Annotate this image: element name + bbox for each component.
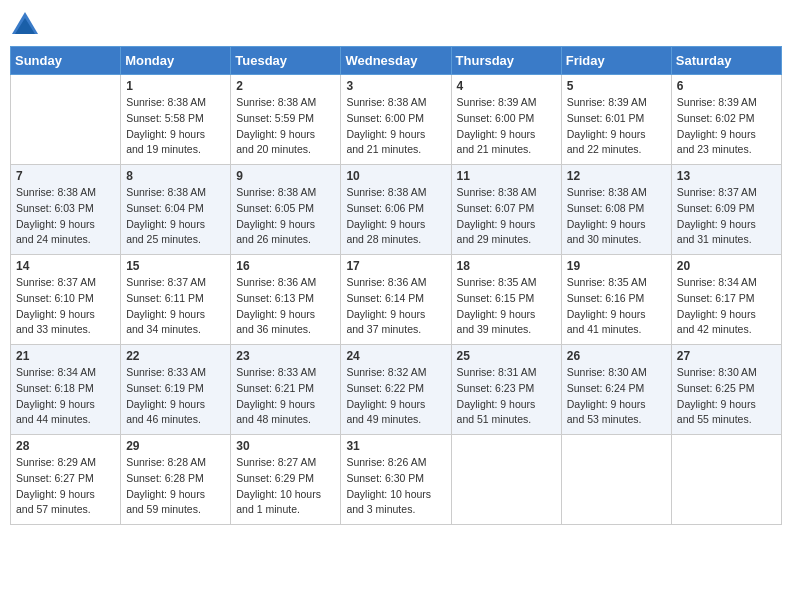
sunset-text: Sunset: 6:23 PM — [457, 382, 535, 394]
sunrise-text: Sunrise: 8:33 AM — [236, 366, 316, 378]
sunrise-text: Sunrise: 8:38 AM — [567, 186, 647, 198]
calendar-cell: 6 Sunrise: 8:39 AM Sunset: 6:02 PM Dayli… — [671, 75, 781, 165]
sunrise-text: Sunrise: 8:35 AM — [567, 276, 647, 288]
cell-info: Sunrise: 8:38 AM Sunset: 6:06 PM Dayligh… — [346, 185, 445, 248]
calendar-cell: 15 Sunrise: 8:37 AM Sunset: 6:11 PM Dayl… — [121, 255, 231, 345]
calendar-cell: 28 Sunrise: 8:29 AM Sunset: 6:27 PM Dayl… — [11, 435, 121, 525]
daylight-text: Daylight: 9 hours and 53 minutes. — [567, 398, 646, 426]
sunrise-text: Sunrise: 8:31 AM — [457, 366, 537, 378]
day-number: 15 — [126, 259, 225, 273]
calendar-cell: 2 Sunrise: 8:38 AM Sunset: 5:59 PM Dayli… — [231, 75, 341, 165]
cell-info: Sunrise: 8:37 AM Sunset: 6:11 PM Dayligh… — [126, 275, 225, 338]
day-number: 2 — [236, 79, 335, 93]
sunrise-text: Sunrise: 8:39 AM — [457, 96, 537, 108]
sunset-text: Sunset: 6:21 PM — [236, 382, 314, 394]
calendar-header-row: SundayMondayTuesdayWednesdayThursdayFrid… — [11, 47, 782, 75]
daylight-text: Daylight: 9 hours and 42 minutes. — [677, 308, 756, 336]
logo — [10, 10, 44, 38]
sunrise-text: Sunrise: 8:35 AM — [457, 276, 537, 288]
sunset-text: Sunset: 6:18 PM — [16, 382, 94, 394]
daylight-text: Daylight: 9 hours and 22 minutes. — [567, 128, 646, 156]
sunrise-text: Sunrise: 8:29 AM — [16, 456, 96, 468]
sunset-text: Sunset: 6:04 PM — [126, 202, 204, 214]
sunset-text: Sunset: 6:11 PM — [126, 292, 204, 304]
daylight-text: Daylight: 9 hours and 21 minutes. — [457, 128, 536, 156]
sunset-text: Sunset: 6:05 PM — [236, 202, 314, 214]
week-row-5: 28 Sunrise: 8:29 AM Sunset: 6:27 PM Dayl… — [11, 435, 782, 525]
day-number: 23 — [236, 349, 335, 363]
sunrise-text: Sunrise: 8:34 AM — [677, 276, 757, 288]
sunset-text: Sunset: 6:29 PM — [236, 472, 314, 484]
daylight-text: Daylight: 10 hours and 1 minute. — [236, 488, 321, 516]
calendar-cell: 14 Sunrise: 8:37 AM Sunset: 6:10 PM Dayl… — [11, 255, 121, 345]
sunset-text: Sunset: 6:10 PM — [16, 292, 94, 304]
sunset-text: Sunset: 6:25 PM — [677, 382, 755, 394]
calendar-cell: 27 Sunrise: 8:30 AM Sunset: 6:25 PM Dayl… — [671, 345, 781, 435]
day-number: 8 — [126, 169, 225, 183]
day-number: 3 — [346, 79, 445, 93]
week-row-1: 1 Sunrise: 8:38 AM Sunset: 5:58 PM Dayli… — [11, 75, 782, 165]
daylight-text: Daylight: 9 hours and 49 minutes. — [346, 398, 425, 426]
sunset-text: Sunset: 6:08 PM — [567, 202, 645, 214]
cell-info: Sunrise: 8:36 AM Sunset: 6:14 PM Dayligh… — [346, 275, 445, 338]
sunset-text: Sunset: 6:06 PM — [346, 202, 424, 214]
sunset-text: Sunset: 6:27 PM — [16, 472, 94, 484]
sunset-text: Sunset: 6:00 PM — [457, 112, 535, 124]
calendar-table: SundayMondayTuesdayWednesdayThursdayFrid… — [10, 46, 782, 525]
calendar-cell: 16 Sunrise: 8:36 AM Sunset: 6:13 PM Dayl… — [231, 255, 341, 345]
calendar-cell: 25 Sunrise: 8:31 AM Sunset: 6:23 PM Dayl… — [451, 345, 561, 435]
day-number: 7 — [16, 169, 115, 183]
cell-info: Sunrise: 8:38 AM Sunset: 6:05 PM Dayligh… — [236, 185, 335, 248]
daylight-text: Daylight: 9 hours and 41 minutes. — [567, 308, 646, 336]
day-number: 17 — [346, 259, 445, 273]
day-number: 21 — [16, 349, 115, 363]
calendar-cell: 8 Sunrise: 8:38 AM Sunset: 6:04 PM Dayli… — [121, 165, 231, 255]
calendar-cell: 3 Sunrise: 8:38 AM Sunset: 6:00 PM Dayli… — [341, 75, 451, 165]
day-number: 1 — [126, 79, 225, 93]
calendar-cell: 26 Sunrise: 8:30 AM Sunset: 6:24 PM Dayl… — [561, 345, 671, 435]
cell-info: Sunrise: 8:26 AM Sunset: 6:30 PM Dayligh… — [346, 455, 445, 518]
calendar-cell: 12 Sunrise: 8:38 AM Sunset: 6:08 PM Dayl… — [561, 165, 671, 255]
daylight-text: Daylight: 9 hours and 30 minutes. — [567, 218, 646, 246]
calendar-cell: 7 Sunrise: 8:38 AM Sunset: 6:03 PM Dayli… — [11, 165, 121, 255]
calendar-cell: 5 Sunrise: 8:39 AM Sunset: 6:01 PM Dayli… — [561, 75, 671, 165]
cell-info: Sunrise: 8:35 AM Sunset: 6:16 PM Dayligh… — [567, 275, 666, 338]
cell-info: Sunrise: 8:39 AM Sunset: 6:02 PM Dayligh… — [677, 95, 776, 158]
daylight-text: Daylight: 9 hours and 25 minutes. — [126, 218, 205, 246]
cell-info: Sunrise: 8:39 AM Sunset: 6:01 PM Dayligh… — [567, 95, 666, 158]
daylight-text: Daylight: 9 hours and 34 minutes. — [126, 308, 205, 336]
cell-info: Sunrise: 8:29 AM Sunset: 6:27 PM Dayligh… — [16, 455, 115, 518]
sunrise-text: Sunrise: 8:30 AM — [677, 366, 757, 378]
day-number: 16 — [236, 259, 335, 273]
day-number: 18 — [457, 259, 556, 273]
sunrise-text: Sunrise: 8:38 AM — [16, 186, 96, 198]
cell-info: Sunrise: 8:33 AM Sunset: 6:21 PM Dayligh… — [236, 365, 335, 428]
cell-info: Sunrise: 8:28 AM Sunset: 6:28 PM Dayligh… — [126, 455, 225, 518]
sunrise-text: Sunrise: 8:34 AM — [16, 366, 96, 378]
header-tuesday: Tuesday — [231, 47, 341, 75]
day-number: 5 — [567, 79, 666, 93]
sunrise-text: Sunrise: 8:33 AM — [126, 366, 206, 378]
calendar-cell — [561, 435, 671, 525]
sunset-text: Sunset: 6:02 PM — [677, 112, 755, 124]
day-number: 10 — [346, 169, 445, 183]
day-number: 13 — [677, 169, 776, 183]
calendar-cell: 23 Sunrise: 8:33 AM Sunset: 6:21 PM Dayl… — [231, 345, 341, 435]
header-saturday: Saturday — [671, 47, 781, 75]
calendar-cell — [11, 75, 121, 165]
logo-icon — [10, 10, 40, 38]
daylight-text: Daylight: 9 hours and 24 minutes. — [16, 218, 95, 246]
week-row-3: 14 Sunrise: 8:37 AM Sunset: 6:10 PM Dayl… — [11, 255, 782, 345]
daylight-text: Daylight: 9 hours and 20 minutes. — [236, 128, 315, 156]
calendar-cell: 9 Sunrise: 8:38 AM Sunset: 6:05 PM Dayli… — [231, 165, 341, 255]
cell-info: Sunrise: 8:38 AM Sunset: 5:58 PM Dayligh… — [126, 95, 225, 158]
sunset-text: Sunset: 6:01 PM — [567, 112, 645, 124]
cell-info: Sunrise: 8:31 AM Sunset: 6:23 PM Dayligh… — [457, 365, 556, 428]
daylight-text: Daylight: 9 hours and 21 minutes. — [346, 128, 425, 156]
sunset-text: Sunset: 6:07 PM — [457, 202, 535, 214]
sunset-text: Sunset: 6:13 PM — [236, 292, 314, 304]
daylight-text: Daylight: 9 hours and 59 minutes. — [126, 488, 205, 516]
calendar-cell: 10 Sunrise: 8:38 AM Sunset: 6:06 PM Dayl… — [341, 165, 451, 255]
cell-info: Sunrise: 8:38 AM Sunset: 6:08 PM Dayligh… — [567, 185, 666, 248]
sunset-text: Sunset: 6:17 PM — [677, 292, 755, 304]
